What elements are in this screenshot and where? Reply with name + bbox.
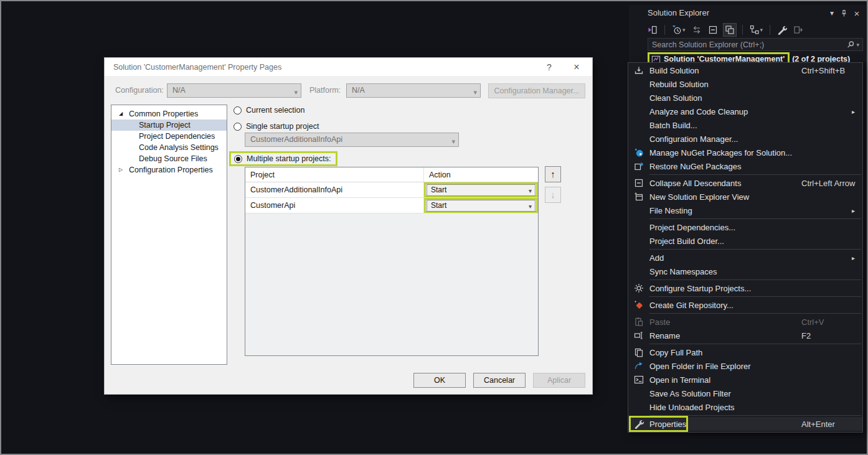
property-pages-dialog: Solution 'CustomerManagement' Property P… [105, 58, 592, 394]
menu-item-file-nesting[interactable]: File Nesting▸ [628, 204, 862, 217]
project-cell: CustomerApi [245, 198, 424, 213]
menu-item-analyze-and-code-cleanup[interactable]: Analyze and Code Cleanup▸ [628, 105, 862, 118]
menu-item-paste[interactable]: PasteCtrl+V [628, 315, 862, 329]
gear-icon [628, 283, 649, 293]
search-icon[interactable] [846, 40, 855, 49]
ok-button[interactable]: OK [413, 373, 466, 388]
menu-item-hide-unloaded-projects[interactable]: Hide Unloaded Projects [628, 400, 862, 414]
tree-item-code-analysis-settings[interactable]: Code Analysis Settings [111, 142, 227, 153]
solution-context-menu: Build SolutionCtrl+Shift+BRebuild Soluti… [628, 62, 863, 433]
explorer-toolbar: ▾▾ [646, 22, 804, 38]
menu-item-project-build-order[interactable]: Project Build Order... [628, 234, 862, 248]
menu-item-sync-namespaces[interactable]: Sync Namespaces [628, 265, 862, 278]
menu-item-add[interactable]: Add▸ [628, 251, 862, 265]
menu-item-open-in-terminal[interactable]: Open in Terminal [628, 373, 862, 387]
toolbar-button-switch-views-icon[interactable] [646, 24, 659, 36]
menu-item-restore-nuget-packages[interactable]: Restore NuGet Packages [628, 159, 862, 173]
menu-item-open-folder-in-file-explorer[interactable]: Open Folder in File Explorer [628, 359, 862, 373]
wrench-icon [777, 25, 787, 35]
tree-expanded-icon[interactable]: ◢ [119, 108, 126, 120]
search-input[interactable] [648, 40, 846, 49]
screen: Solution 'CustomerManagement' Property P… [0, 0, 868, 455]
action-value: Start [431, 201, 446, 210]
menu-item-build-solution[interactable]: Build SolutionCtrl+Shift+B [628, 63, 862, 77]
toolbar-separator [664, 25, 665, 35]
single-startup-select[interactable]: CustomerAdditionalInfoApi ▾ [245, 133, 459, 147]
menu-item-label: Project Dependencies... [649, 223, 735, 232]
radio-current-selection[interactable]: Current selection [234, 105, 305, 115]
single-startup-value: CustomerAdditionalInfoApi [250, 135, 342, 144]
move-down-button[interactable]: ↓ [545, 187, 561, 203]
menu-item-configuration-manager[interactable]: Configuration Manager... [628, 132, 862, 146]
tree-item-project-dependencies[interactable]: Project Dependencies [111, 131, 227, 142]
restore-nuget-icon [628, 161, 649, 171]
git-icon [628, 300, 649, 310]
menu-item-shortcut: Ctrl+Shift+B [801, 66, 845, 75]
pin-icon[interactable] [838, 7, 849, 19]
configuration-manager-button[interactable]: Configuration Manager... [488, 83, 585, 98]
menu-item-manage-nuget-packages-for-solution[interactable]: Manage NuGet Packages for Solution... [628, 146, 862, 159]
menu-item-rename[interactable]: RenameF2 [628, 329, 862, 342]
action-cell: Start▾ [424, 182, 538, 197]
table-row-customeradditionalinfoapi[interactable]: CustomerAdditionalInfoApiStart▾ [245, 182, 538, 198]
menu-item-create-git-repository[interactable]: Create Git Repository... [628, 298, 862, 312]
pending-changes-filter-icon [672, 25, 682, 35]
toolbar-button-pending-changes-filter-icon[interactable]: ▾ [671, 24, 687, 36]
tree-collapsed-icon[interactable]: ▷ [119, 164, 126, 176]
menu-item-new-solution-explorer-view[interactable]: New Solution Explorer View [628, 190, 862, 204]
toolbar-button-show-all-files-icon[interactable] [723, 23, 737, 37]
menu-item-properties[interactable]: PropertiesAlt+Enter [628, 417, 862, 431]
chevron-down-icon[interactable]: ▾ [826, 7, 837, 19]
help-icon[interactable]: ? [541, 61, 557, 73]
toolbar-button-sync-with-active-document-icon[interactable] [691, 24, 703, 36]
menu-item-shortcut: F2 [801, 331, 811, 340]
menu-item-collapse-all-descendants[interactable]: Collapse All DescendantsCtrl+Left Arrow [628, 176, 862, 190]
move-up-button[interactable]: ↑ [545, 166, 561, 182]
platform-select[interactable]: N/A ▾ [346, 83, 481, 98]
menu-item-project-dependencies[interactable]: Project Dependencies... [628, 220, 862, 234]
table-header: Project Action [245, 167, 538, 182]
tree-item-common-properties[interactable]: ◢Common Properties [111, 108, 227, 120]
action-select[interactable]: Start▾ [427, 200, 535, 212]
menu-item-rebuild-solution[interactable]: Rebuild Solution [628, 77, 862, 91]
menu-item-label: Build Solution [649, 66, 699, 75]
menu-separator [649, 249, 861, 250]
toolbar-button-preview-selected-items-icon[interactable] [792, 24, 804, 36]
action-select[interactable]: Start▾ [427, 184, 535, 196]
solution-explorer-panel: Solution Explorer ▾ × ▾▾ ▾ Solution 'Cus… [629, 5, 866, 62]
toolbar-button-nesting-options-icon[interactable]: ▾ [748, 24, 765, 36]
radio-multiple-startup[interactable]: Multiple startup projects: [229, 151, 337, 166]
menu-item-label: Properties [649, 420, 686, 429]
build-icon [628, 65, 649, 75]
menu-item-batch-build[interactable]: Batch Build... [628, 118, 862, 132]
cancel-button[interactable]: Cancelar [473, 373, 526, 388]
configuration-select[interactable]: N/A ▾ [167, 83, 301, 98]
apply-button[interactable]: Aplicar [533, 373, 585, 388]
tree-item-startup-project[interactable]: Startup Project [111, 120, 227, 131]
menu-item-label: Add [649, 253, 664, 263]
toolbar-button-wrench-icon[interactable] [776, 24, 788, 36]
menu-item-clean-solution[interactable]: Clean Solution [628, 91, 862, 105]
chevron-down-icon: ▾ [856, 42, 859, 48]
action-highlight: Start▾ [424, 182, 538, 197]
close-icon[interactable]: × [851, 7, 862, 19]
menu-separator [649, 415, 861, 416]
table-row-customerapi[interactable]: CustomerApiStart▾ [245, 198, 538, 213]
project-cell: CustomerAdditionalInfoApi [245, 182, 424, 197]
menu-item-label: Rename [649, 331, 680, 340]
radio-single-startup[interactable]: Single startup project [234, 121, 319, 131]
menu-item-label: Rebuild Solution [649, 80, 709, 89]
toolbar-button-collapse-all-icon[interactable] [707, 24, 719, 36]
menu-item-configure-startup-projects[interactable]: Configure Startup Projects... [628, 281, 862, 295]
action-value: Start [431, 185, 446, 194]
chevron-down-icon: ▾ [473, 86, 477, 98]
collapse-all-icon [708, 25, 718, 35]
tree-item-configuration-properties[interactable]: ▷Configuration Properties [111, 164, 227, 176]
tree-item-debug-source-files[interactable]: Debug Source Files [111, 153, 227, 164]
menu-item-copy-full-path[interactable]: Copy Full Path [628, 345, 862, 359]
radio-icon [234, 155, 242, 163]
close-icon[interactable]: × [568, 61, 585, 73]
menu-item-label: Analyze and Code Cleanup [649, 107, 748, 116]
radio-icon [234, 123, 242, 131]
menu-item-save-as-solution-filter[interactable]: Save As Solution Filter [628, 387, 862, 400]
